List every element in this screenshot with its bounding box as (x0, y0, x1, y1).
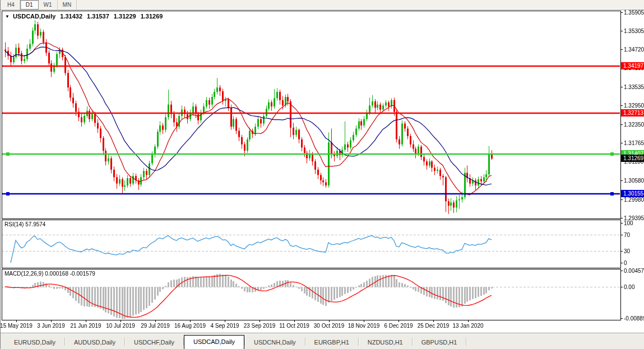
chart-tab-usdcad-daily[interactable]: USDCAD,Daily (184, 335, 244, 349)
chart-tab-bar: EURUSD,DailyAUDUSD,DailyUSDCHF,DailyUSDC… (1, 333, 644, 349)
high-value: 1.31537 (87, 13, 109, 20)
chart-tab-nzdusd-h1[interactable]: NZDUSD,H1 (359, 336, 412, 349)
timeframe-button-d1[interactable]: D1 (20, 0, 39, 10)
chart-tab-usdcnh-daily[interactable]: USDCNH,Daily (245, 336, 305, 349)
chart-tab-gbpusd-h1[interactable]: GBPUSD,H1 (413, 336, 466, 349)
low-value: 1.31229 (114, 13, 136, 20)
chart-tab-eurgbp-h1[interactable]: EURGBP,H1 (305, 336, 358, 349)
timeframe-button-h4[interactable]: H4 (2, 0, 20, 10)
chart-tab-audusd-daily[interactable]: AUDUSD,Daily (65, 336, 124, 349)
rsi-indicator-label: RSI(14) 57.9574 (4, 221, 45, 227)
close-value: 1.31269 (141, 13, 163, 20)
chart-tab-eurusd-daily[interactable]: EURUSD,Daily (5, 336, 64, 349)
timeframe-button-mn[interactable]: MN (58, 0, 77, 10)
symbol-label: USDCAD,Daily (13, 13, 55, 20)
chart-header: ▼ USDCAD,Daily 1.31432 1.31537 1.31229 1… (5, 13, 163, 20)
trading-terminal-window: H4D1W1MN ▼ USDCAD,Daily 1.31432 1.31537 … (0, 0, 644, 349)
timeframe-button-w1[interactable]: W1 (39, 0, 58, 10)
chevron-down-icon[interactable]: ▼ (5, 14, 10, 19)
chart-canvas[interactable] (1, 0, 644, 333)
chart-tab-usdchf-daily[interactable]: USDCHF,Daily (125, 336, 183, 349)
macd-indicator-label: MACD(12,26,9) 0.000168 -0.001579 (4, 271, 95, 277)
timeframe-toolbar: H4D1W1MN (1, 0, 644, 10)
tab-separator (466, 338, 466, 346)
open-value: 1.31432 (60, 13, 82, 20)
